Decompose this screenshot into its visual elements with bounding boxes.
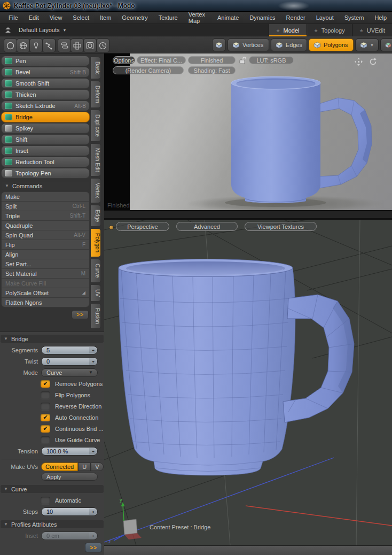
tool-sketch-extrude[interactable]: Sketch ExtrudeAlt-B [1, 101, 90, 111]
command-spin-quad[interactable]: Spin QuadAlt-V [2, 230, 89, 240]
command-flip[interactable]: FlipF [2, 240, 89, 250]
render-shading-button[interactable]: Shading: Fast [188, 66, 236, 74]
tab-uvedit[interactable]: ★ UVEdit [352, 24, 392, 36]
vtab-polygon[interactable]: Polygon [90, 228, 101, 257]
viewport-advanced-button[interactable]: Advanced [176, 222, 238, 231]
vtab-deform[interactable]: Deform [90, 81, 101, 108]
continuous-bridge-checkbox[interactable]: ✔ [41, 425, 50, 433]
mode-dropdown[interactable]: Curve ▼ [41, 368, 98, 377]
twist-field[interactable]: 0 ◂▸ [41, 357, 98, 366]
menu-file[interactable]: File [3, 14, 23, 21]
make-uvs-connected-button[interactable]: Connected [41, 462, 78, 471]
more-properties-button[interactable]: >> [85, 543, 102, 552]
menu-animate[interactable]: Animate [212, 14, 244, 21]
tension-field[interactable]: 100.0 % ◂▸ [41, 447, 98, 456]
mode-edges-button[interactable]: Edges [271, 38, 307, 51]
menu-select[interactable]: Select [67, 14, 95, 21]
vtab-vertex[interactable]: Vertex [90, 178, 101, 203]
render-lut-button[interactable]: LUT: sRGB [249, 56, 294, 64]
command-make[interactable]: Make [2, 192, 89, 202]
tool-thicken[interactable]: Thicken [1, 89, 90, 100]
menu-system[interactable]: System [339, 14, 370, 21]
stepper-arrows-icon[interactable]: ◂▸ [89, 448, 97, 454]
tool-inset[interactable]: Inset [1, 145, 90, 156]
automatic-checkbox[interactable] [41, 497, 50, 504]
menu-geometry[interactable]: Geometry [116, 14, 153, 21]
layers-tool-icon[interactable] [58, 38, 71, 52]
tool-topology-pen[interactable]: Topology Pen [1, 168, 90, 179]
component-mode-button[interactable] [212, 38, 226, 51]
pan-icon[interactable] [354, 57, 363, 66]
menu-render[interactable]: Render [281, 14, 311, 21]
command-align[interactable]: Align [2, 250, 89, 259]
render-effect-button[interactable]: Effect: Final C... [137, 56, 186, 64]
vtab-fusion[interactable]: Fusion [90, 303, 101, 329]
command-polyscale-offset[interactable]: PolyScale Offset◢ [2, 288, 89, 298]
tool-smooth-shift[interactable]: Smooth Shift [1, 78, 90, 89]
profiles-attributes-section-header[interactable]: ▼ Profiles Attributes [1, 520, 104, 528]
command-quadruple[interactable]: Quadruple [2, 221, 89, 230]
vtab-mesh-edit[interactable]: Mesh Edit [90, 143, 101, 176]
menu-dynamics[interactable]: Dynamics [244, 14, 280, 21]
more-tools-button[interactable]: >> [72, 310, 89, 319]
viewport-textures-button[interactable]: Viewport Textures [245, 222, 317, 231]
ellipse-tool-icon[interactable] [4, 38, 17, 52]
stepper-arrows-icon[interactable]: ◂▸ [89, 508, 97, 515]
use-guide-curve-checkbox[interactable] [41, 436, 50, 444]
tab-topology[interactable]: ★ Topology [307, 24, 352, 36]
layout-preset-dropdown[interactable]: Default Layouts ▼ [19, 27, 66, 33]
make-uvs-u-button[interactable]: U [78, 462, 91, 471]
lock-icon[interactable] [238, 56, 247, 65]
render-options-button[interactable]: Options [113, 56, 135, 64]
render-finished-button[interactable]: Finished [188, 56, 236, 64]
item-mode-dropdown-button[interactable]: ▼ [355, 38, 379, 51]
menu-vertex-map[interactable]: Vertex Map [183, 11, 212, 24]
refresh-icon[interactable] [369, 57, 378, 66]
pin-tool-icon[interactable] [29, 38, 43, 52]
vtab-basic[interactable]: Basic [90, 57, 101, 79]
remove-polygons-checkbox[interactable]: ✔ [41, 380, 50, 388]
clock-tool-icon[interactable] [96, 38, 109, 52]
apply-button[interactable]: Apply [41, 473, 98, 481]
tool-bridge[interactable]: Bridge [1, 112, 90, 122]
viewport-3d[interactable]: y z [104, 218, 392, 545]
curve-section-header[interactable]: ▼ Curve [1, 485, 104, 493]
item-select-button[interactable] [380, 38, 392, 51]
command-split[interactable]: SplitCtrl-L [2, 202, 89, 211]
tool-shift[interactable]: Shift [1, 134, 90, 145]
menu-layout[interactable]: Layout [311, 14, 339, 21]
tool-spikey[interactable]: Spikey [1, 123, 90, 134]
tool-reduction[interactable]: Reduction Tool [1, 157, 90, 167]
bone-tool-icon[interactable] [42, 38, 56, 52]
vtab-edge[interactable]: Edge [90, 205, 101, 227]
command-set-part[interactable]: Set Part... [2, 259, 89, 269]
command-set-material[interactable]: Set MaterialM [2, 269, 89, 279]
viewport-mode-dot[interactable] [109, 225, 114, 230]
menu-view[interactable]: View [44, 14, 68, 21]
render-preview[interactable]: Options Effect: Final C... Finished LUT:… [104, 53, 392, 210]
mode-vertices-button[interactable]: Vertices [228, 38, 269, 51]
tool-pen[interactable]: Pen [1, 56, 90, 66]
mode-polygons-button[interactable]: Polygons [309, 38, 354, 51]
make-uvs-v-button[interactable]: V [91, 462, 103, 471]
vtab-duplicate[interactable]: Duplicate [90, 110, 101, 142]
menu-edit[interactable]: Edit [23, 14, 44, 21]
tab-model[interactable]: ★ Model [269, 24, 307, 36]
auto-connection-checkbox[interactable]: ✔ [41, 414, 50, 421]
steps-field[interactable]: 10 ◂▸ [41, 507, 98, 516]
command-triple[interactable]: TripleShift-T [2, 211, 89, 221]
boxed-circle-icon[interactable] [83, 38, 97, 52]
collapse-panel-icon[interactable] [5, 27, 11, 33]
tool-bevel[interactable]: BevelShift-B [1, 67, 90, 78]
menu-item[interactable]: Item [95, 14, 116, 21]
stepper-arrows-icon[interactable]: ◂▸ [89, 347, 97, 353]
segments-field[interactable]: 5 ◂▸ [41, 346, 98, 354]
vtab-uv[interactable]: UV [90, 284, 101, 302]
vtab-curve[interactable]: Curve [90, 259, 101, 283]
commands-section-header[interactable]: ▼ Commands [2, 182, 89, 190]
render-camera-button[interactable]: (Render Camera) [113, 66, 184, 74]
sphere-tool-icon[interactable] [17, 38, 30, 52]
bridge-section-header[interactable]: ▼ Bridge [1, 335, 104, 343]
menu-texture[interactable]: Texture [153, 14, 183, 21]
flip-polygons-checkbox[interactable] [41, 391, 50, 399]
